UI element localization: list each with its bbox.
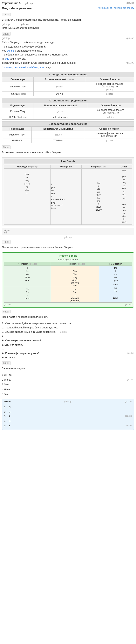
table-row: IYouWeThey run. IYouWeThey don't(do not)…: [4, 266, 132, 287]
table-row: He/She/It gdz.top will not = won't gdz.t…: [2, 115, 134, 119]
answer-item-1: 1. C.: [4, 405, 132, 410]
table-row: He/She/It Will/Shall gdz.top: [2, 138, 134, 143]
affirm-wm2: gdz.top: [106, 88, 113, 90]
step6-text: Заполним пропуски.: [2, 366, 134, 370]
table-row: He/She/Itgdz.top will = 'll gdz.top: [2, 92, 134, 96]
future-text4: – о обещаниях или решениях, принятых в м…: [2, 53, 68, 56]
header-watermark: gdz.top: [25, 2, 33, 5]
future-signals: tomorrow, next week/month/year, soon: [2, 66, 45, 69]
affirm-table: Подлежащее Вспомогательный глагол Основн…: [2, 77, 134, 96]
ans-val-2: B.: [9, 410, 11, 414]
step5-label: 5 шаг: [2, 310, 11, 314]
future-text6: Указатели времени (сигналы), употребляем…: [2, 61, 76, 65]
fill-item-4: 4 Water.: [2, 387, 134, 392]
affirm-wm4: gdz.top: [106, 93, 113, 95]
affirm-wm1: gdz.top: [56, 86, 63, 88]
ans-val-1: C.: [9, 405, 11, 410]
step5-wm-row: А: Где она фотографируется? gdz.top: [2, 351, 134, 356]
quest-col3: Основной глагол: [85, 126, 134, 131]
quest-table: Подлежащее Вспомогательный глагол Основн…: [2, 126, 134, 143]
ans-num-1: 1.: [4, 405, 9, 410]
quest-col1: Подлежащее: [2, 126, 32, 131]
table-row: I/You/We/They gdz.top основная форма гла…: [2, 108, 134, 115]
sentence-3: 3. Элис не видела Тома и Тима на вечерин…: [2, 330, 134, 334]
table-row: iyouwethey gdz.top hesheit iyouhesheit d…: [4, 168, 132, 225]
future-signals-block: Указатели времени (сигналы), употребляем…: [0, 61, 136, 66]
step3-content: Вспомним грамматическое правило «Past Si…: [0, 150, 136, 156]
answer-item-3-row: 3. A. gdz.top: [4, 414, 132, 418]
step6-label: 6 шаг: [2, 361, 11, 365]
quest-aux1: gdz.top: [32, 131, 85, 138]
quest-title: Вопросительное предложение: [2, 122, 134, 126]
sentence-1: 1. «Завтра мы пойдём за покупками», — ск…: [2, 321, 134, 326]
sentence-7-a: Б: В парке.: [2, 356, 134, 360]
neg-aux2: will not = won't: [33, 115, 88, 119]
affirm-aux1: gdz.top: [34, 82, 86, 92]
minus-label: − Negative: [67, 262, 78, 265]
wm-center1: gdz.top: [0, 235, 136, 240]
future-text5-pre: I'll: [2, 57, 5, 60]
solution-header: Подробное решение Как оформить домашнюю …: [0, 6, 136, 10]
step6-items: 1 Will go. 2 Were. gdz.top 3 See. 4 Wate…: [0, 372, 136, 397]
fill-item-3: 3 See.: [2, 382, 134, 387]
quest-wm1: gdz.top: [55, 134, 62, 136]
sentence-7-q: А: Где она фотографируется?: [2, 351, 40, 356]
present-table: + + Positive gdz.top − − Negative gdz.to…: [4, 262, 132, 303]
table-row: playedhad: [2, 229, 134, 234]
affirm-sub2: He/She/Itgdz.top: [2, 92, 34, 96]
wm-s7: gdz.top: [127, 351, 134, 356]
neg-aux1: gdz.top: [33, 108, 88, 115]
past-col-quest: Вопросgdz.top: [82, 165, 116, 168]
quest-sub2: He/She/It: [2, 138, 32, 143]
past-quest-cell: Did iyouwetheyhesheit play?have?: [82, 168, 116, 225]
past-wm-a1: gdz.top: [24, 182, 30, 185]
future-text5-post: you a new car.: [9, 57, 26, 60]
answer-item-5-row: 5. B. gdz.top: [4, 423, 132, 428]
neg-sub1: I/You/We/They: [2, 108, 33, 115]
quest-wm2: gdz.top: [106, 140, 113, 142]
ans-num-5: 5.: [4, 423, 9, 428]
step4-text: Ознакомимся с грамматическим временем «P…: [2, 245, 134, 249]
plus-icon: +: [18, 262, 19, 265]
quest-table-section: Вопросительное предложение Подлежащее Вс…: [2, 121, 134, 143]
present-plus-cell2: HeSheIt runs.: [4, 287, 51, 302]
wm-mh: gdz.top: [78, 263, 85, 265]
affirm-col2: Вспомогательный глагол: [34, 77, 86, 82]
present-minus-cell2: HeSheIt doesn't(does not): [51, 287, 99, 302]
affirm-main1: основная форма глаголабез частицы togdz.…: [86, 82, 134, 92]
ans-val-5: B.: [9, 423, 11, 428]
future-simple-intro: Future Simple употребляется, когда речь …: [0, 40, 136, 45]
future-text2: – о предсказаниях будущих событий;: [2, 45, 46, 48]
affirm-col1: Подлежащее: [2, 77, 34, 82]
table-row: I/You/We/They gdz.top основная форма гла…: [2, 131, 134, 138]
fill-item-2-row: 2 Were. gdz.top: [2, 378, 134, 382]
step2-label: 2 шаг: [2, 32, 11, 36]
present-simple-title: Present Simple: [4, 254, 132, 257]
present-quest-header: ? ? Question: [99, 262, 132, 266]
answer-item-5: 5. B.: [4, 423, 11, 428]
wm4: gdz.top: [127, 37, 134, 40]
future-text4-block: – о обещаниях или решениях, принятых в м…: [0, 53, 136, 57]
present-quest-cell1: Do Iyouwethey Does hesheit run?: [99, 266, 132, 302]
step5-text: Прочитаем и переведём предложения.: [2, 315, 134, 319]
quest-col2: Вспомогательный глагол: [32, 126, 85, 131]
answer-item-4: 4. B.: [4, 419, 132, 423]
quest-mark-icon: ?: [109, 262, 110, 265]
exercise-title: Упражнение 3: [2, 2, 21, 5]
quest-aux2: Will/Shall: [32, 138, 85, 143]
neg-main2: gdz.top: [88, 115, 134, 119]
how-link[interactable]: Как оформить домашнюю работу: [98, 6, 134, 9]
future-text3-block: You will be a great teacher one day.: [0, 49, 136, 53]
sentence-6: 5.: [2, 347, 134, 351]
wm-ans5: gdz.top: [125, 423, 132, 428]
step3-text: Вспомним грамматическое правило «Past Si…: [2, 150, 134, 154]
affirm-col3: Основной глагол: [86, 77, 134, 82]
wm5: gdz.top: [127, 61, 134, 65]
fill-item-1: 1 Will go.: [2, 372, 134, 378]
present-simple-box: Present Simple (настоящее простое) + + P…: [2, 252, 134, 308]
step1-content: Внимательно прочитаем задание, чтобы пон…: [0, 17, 136, 31]
present-plus-cell1: IYouWeThey run.: [4, 266, 51, 287]
neg-table-section: Отрицательное предложение Подлежащее Всп…: [2, 98, 134, 120]
future-text3-blue: will be: [7, 49, 14, 52]
ans-val-4: B.: [9, 419, 11, 423]
